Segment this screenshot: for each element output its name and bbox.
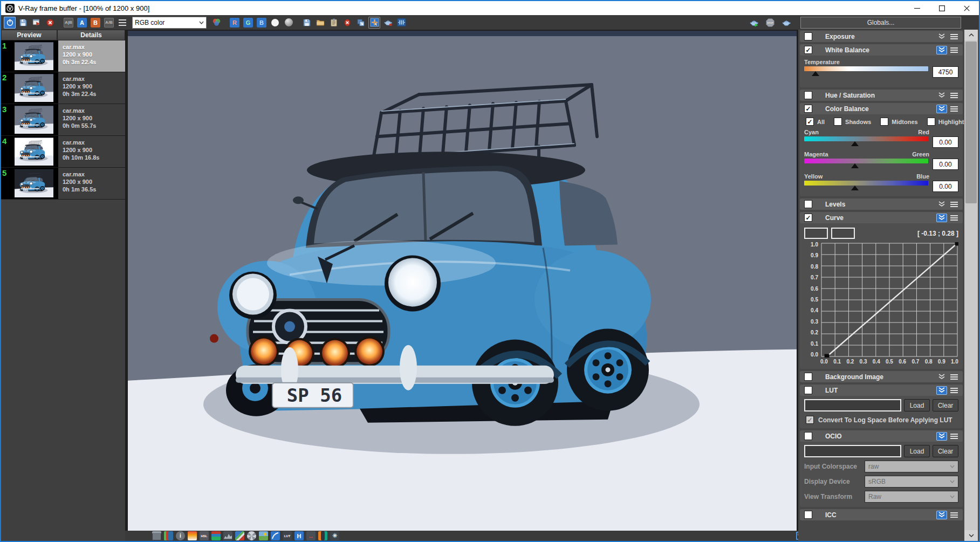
cyan-red-slider[interactable] xyxy=(804,136,928,141)
chevron-double-down-icon[interactable] xyxy=(936,32,947,41)
mode-midtones-checkbox[interactable] xyxy=(880,118,888,126)
save-channels-button[interactable] xyxy=(301,17,313,29)
chevron-double-down-icon[interactable] xyxy=(936,511,947,519)
section-menu-icon[interactable] xyxy=(950,204,958,205)
display-device-dropdown[interactable]: sRGB xyxy=(865,476,958,488)
history-details[interactable]: car.max 1200 x 900 0h 3m 22.4s xyxy=(57,72,125,104)
hsl-correction-icon[interactable]: HSL xyxy=(200,531,209,540)
composite-icon[interactable] xyxy=(235,531,244,540)
background-image-header[interactable]: Background Image xyxy=(800,371,963,382)
start-render-button[interactable] xyxy=(748,17,760,29)
ocio-header[interactable]: OCIO xyxy=(800,430,963,442)
monochrome-button[interactable] xyxy=(283,17,294,29)
chevron-double-down-icon[interactable] xyxy=(936,91,947,100)
mode-highlight-checkbox[interactable] xyxy=(927,118,935,126)
layers-icon[interactable] xyxy=(164,531,173,540)
ocio-load-button[interactable]: Load xyxy=(904,445,930,457)
view-transform-dropdown[interactable]: Raw xyxy=(865,491,958,503)
pixel-aspect-icon[interactable]: ↔ xyxy=(306,531,316,540)
set-image-b-button[interactable]: B xyxy=(90,17,101,29)
scroll-down-arrow[interactable] xyxy=(964,530,978,541)
white-balance-header[interactable]: White Balance xyxy=(800,44,963,56)
mode-shadows-checkbox[interactable] xyxy=(834,118,842,126)
color-balance-header[interactable]: Color Balance xyxy=(800,103,963,114)
hue-saturation-checkbox[interactable] xyxy=(804,91,812,99)
levels-checkbox[interactable] xyxy=(804,200,812,208)
set-image-a-button[interactable]: A xyxy=(76,17,88,29)
section-menu-icon[interactable] xyxy=(950,376,958,378)
minimize-button[interactable] xyxy=(904,1,929,15)
render-viewport[interactable] xyxy=(125,30,798,531)
yellow-blue-input[interactable] xyxy=(933,181,958,192)
color-balance-icon[interactable] xyxy=(211,531,221,540)
magenta-green-input[interactable] xyxy=(933,159,958,170)
history-details[interactable]: car.max 1200 x 900 0h 1m 36.5s xyxy=(57,168,125,199)
history-thumbnail[interactable] xyxy=(11,40,57,72)
slider-marker[interactable] xyxy=(851,163,859,168)
maximize-button[interactable] xyxy=(929,1,954,15)
lut-file-field[interactable] xyxy=(804,399,901,411)
rgb-channels-icon[interactable] xyxy=(210,17,222,29)
pinwheel-icon[interactable] xyxy=(247,531,256,540)
scroll-up-arrow[interactable] xyxy=(964,30,978,40)
section-menu-icon[interactable] xyxy=(950,36,958,37)
icc-header[interactable]: ICC xyxy=(800,509,963,520)
histogram-icon[interactable] xyxy=(223,531,232,540)
curve-point-y-input[interactable] xyxy=(831,228,855,239)
globals-button[interactable]: Globals... xyxy=(800,17,961,29)
cyan-red-input[interactable] xyxy=(933,136,958,148)
convert-log-checkbox[interactable] xyxy=(806,416,814,424)
mode-all-checkbox[interactable] xyxy=(806,118,814,126)
red-channel-button[interactable]: R xyxy=(229,17,241,29)
section-menu-icon[interactable] xyxy=(950,95,958,96)
clear-image-button[interactable] xyxy=(44,17,56,29)
save-image-button[interactable] xyxy=(17,17,29,29)
chevron-double-down-icon[interactable] xyxy=(936,105,947,113)
section-menu-icon[interactable] xyxy=(950,217,958,218)
section-menu-icon[interactable] xyxy=(950,436,958,437)
ocio-clear-button[interactable]: Clear xyxy=(933,445,958,457)
curve-correction-icon[interactable] xyxy=(271,531,280,540)
copy-to-clipboard-button[interactable] xyxy=(328,17,340,29)
preview-column-header[interactable]: Preview xyxy=(1,30,57,40)
lut-header[interactable]: LUT xyxy=(800,385,963,396)
details-column-header[interactable]: Details xyxy=(57,30,125,40)
panel-scrollbar[interactable] xyxy=(964,30,978,541)
curve-header[interactable]: Curve xyxy=(800,212,963,223)
history-thumbnail[interactable] xyxy=(11,72,57,104)
history-thumbnail[interactable] xyxy=(11,168,57,199)
stop-render-button[interactable]: STOP xyxy=(764,17,776,29)
slider-marker[interactable] xyxy=(812,71,819,76)
scrollbar-thumb[interactable] xyxy=(965,42,977,203)
history-thumbnail[interactable] xyxy=(11,104,57,135)
section-menu-icon[interactable] xyxy=(950,390,958,391)
levels-header[interactable]: Levels xyxy=(800,198,963,210)
yellow-blue-slider[interactable] xyxy=(804,181,928,186)
white-balance-checkbox[interactable] xyxy=(804,46,812,54)
ocio-checkbox[interactable] xyxy=(804,432,812,440)
curve-handle-end[interactable] xyxy=(955,242,959,246)
lut-load-button[interactable]: Load xyxy=(904,399,930,411)
color-bars-icon[interactable] xyxy=(318,531,327,540)
chevron-double-down-icon[interactable] xyxy=(936,373,947,381)
info-icon[interactable]: i xyxy=(176,531,185,540)
lut-checkbox[interactable] xyxy=(804,386,812,394)
interactive-render-button[interactable] xyxy=(780,17,792,29)
exposure-header[interactable]: Exposure xyxy=(800,31,963,42)
background-image-icon[interactable] xyxy=(259,531,268,540)
snowflake-icon[interactable]: ✳ xyxy=(330,531,339,540)
render-last-button[interactable] xyxy=(31,17,43,29)
history-item-2[interactable]: 2 car.max 1200 x 900 0h 3m 22.4s xyxy=(1,72,125,104)
history-details[interactable]: car.max 1200 x 900 0h 0m 55.7s xyxy=(57,104,125,135)
history-toggle-icon[interactable]: H xyxy=(294,531,304,540)
curve-point-x-input[interactable] xyxy=(804,228,828,239)
follow-mouse-button[interactable] xyxy=(368,17,380,29)
chevron-double-down-icon[interactable] xyxy=(936,386,947,395)
icc-checkbox[interactable] xyxy=(804,511,812,519)
section-menu-icon[interactable] xyxy=(950,50,958,51)
slider-marker[interactable] xyxy=(851,186,859,190)
duplicate-view-button[interactable] xyxy=(355,17,367,29)
chevron-double-down-icon[interactable] xyxy=(936,214,947,222)
clear-history-button[interactable] xyxy=(341,17,353,29)
history-details[interactable]: car.max 1200 x 900 0h 10m 16.8s xyxy=(57,136,125,167)
